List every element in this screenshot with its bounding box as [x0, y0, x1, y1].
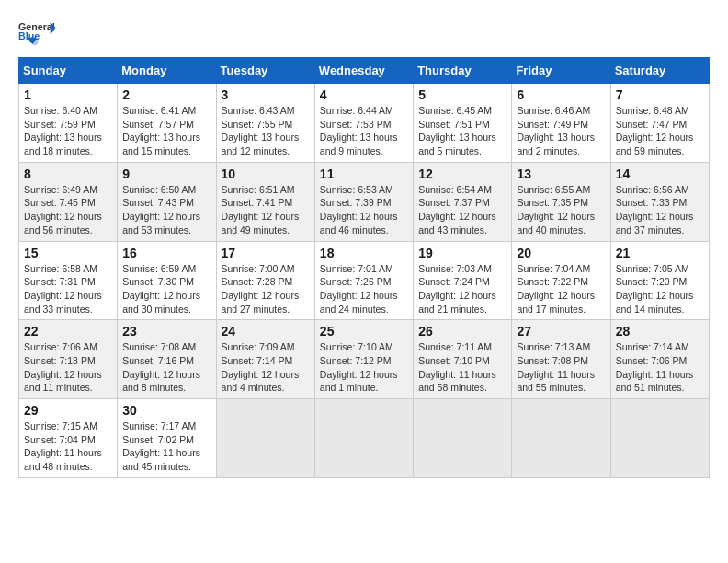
day-number: 24: [222, 324, 310, 339]
calendar-header-friday: Friday: [512, 58, 610, 84]
day-info: Sunrise: 7:15 AMSunset: 7:04 PMDaylight:…: [24, 419, 112, 474]
day-info: Sunrise: 6:53 AMSunset: 7:39 PMDaylight:…: [320, 183, 408, 237]
day-number: 30: [122, 403, 210, 418]
calendar-cell: 2Sunrise: 6:41 AMSunset: 7:57 PMDaylight…: [118, 84, 216, 163]
calendar-header-saturday: Saturday: [610, 58, 709, 84]
calendar-week-1: 1Sunrise: 6:40 AMSunset: 7:59 PMDaylight…: [19, 84, 710, 163]
calendar-cell: 10Sunrise: 6:51 AMSunset: 7:41 PMDayligh…: [216, 162, 314, 241]
calendar-cell: 8Sunrise: 6:49 AMSunset: 7:45 PMDaylight…: [19, 162, 118, 241]
day-info: Sunrise: 6:58 AMSunset: 7:31 PMDaylight:…: [24, 262, 112, 316]
calendar-header-wednesday: Wednesday: [314, 58, 413, 84]
calendar-week-5: 29Sunrise: 7:15 AMSunset: 7:04 PMDayligh…: [19, 399, 710, 478]
calendar-cell: 21Sunrise: 7:05 AMSunset: 7:20 PMDayligh…: [610, 241, 709, 320]
calendar-header-row: SundayMondayTuesdayWednesdayThursdayFrid…: [19, 58, 710, 84]
day-info: Sunrise: 6:50 AMSunset: 7:43 PMDaylight:…: [122, 183, 210, 237]
calendar-cell: [610, 399, 709, 478]
day-number: 3: [222, 87, 310, 102]
calendar-cell: 6Sunrise: 6:46 AMSunset: 7:49 PMDaylight…: [512, 84, 610, 163]
day-number: 14: [616, 167, 704, 181]
day-info: Sunrise: 6:44 AMSunset: 7:53 PMDaylight:…: [320, 104, 408, 158]
day-number: 26: [418, 324, 506, 339]
calendar-table: SundayMondayTuesdayWednesdayThursdayFrid…: [18, 57, 710, 478]
day-number: 29: [24, 403, 112, 418]
calendar-cell: 23Sunrise: 7:08 AMSunset: 7:16 PMDayligh…: [118, 320, 216, 399]
calendar-cell: 27Sunrise: 7:13 AMSunset: 7:08 PMDayligh…: [512, 320, 610, 399]
day-number: 7: [616, 87, 704, 102]
calendar-cell: 3Sunrise: 6:43 AMSunset: 7:55 PMDaylight…: [216, 84, 314, 163]
day-number: 16: [122, 246, 210, 260]
day-number: 18: [320, 246, 408, 260]
calendar-header-thursday: Thursday: [414, 58, 512, 84]
day-number: 10: [222, 167, 310, 181]
day-info: Sunrise: 6:49 AMSunset: 7:45 PMDaylight:…: [24, 183, 112, 237]
day-info: Sunrise: 7:17 AMSunset: 7:02 PMDaylight:…: [122, 419, 210, 474]
day-info: Sunrise: 7:10 AMSunset: 7:12 PMDaylight:…: [320, 340, 408, 395]
calendar-cell: 16Sunrise: 6:59 AMSunset: 7:30 PMDayligh…: [118, 241, 216, 320]
calendar-cell: 7Sunrise: 6:48 AMSunset: 7:47 PMDaylight…: [610, 84, 709, 163]
calendar-cell: [314, 399, 413, 478]
day-number: 19: [418, 246, 506, 260]
day-info: Sunrise: 7:03 AMSunset: 7:24 PMDaylight:…: [418, 262, 506, 316]
day-info: Sunrise: 7:01 AMSunset: 7:26 PMDaylight:…: [320, 262, 408, 316]
day-number: 13: [517, 167, 605, 181]
day-info: Sunrise: 6:46 AMSunset: 7:49 PMDaylight:…: [517, 104, 605, 158]
day-number: 27: [517, 324, 605, 339]
calendar-cell: 26Sunrise: 7:11 AMSunset: 7:10 PMDayligh…: [414, 320, 512, 399]
header: General Blue: [18, 18, 710, 48]
day-info: Sunrise: 6:43 AMSunset: 7:55 PMDaylight:…: [222, 104, 310, 158]
day-number: 17: [222, 246, 310, 260]
calendar-cell: 22Sunrise: 7:06 AMSunset: 7:18 PMDayligh…: [19, 320, 118, 399]
day-info: Sunrise: 7:06 AMSunset: 7:18 PMDaylight:…: [24, 340, 112, 395]
calendar-cell: 5Sunrise: 6:45 AMSunset: 7:51 PMDaylight…: [414, 84, 512, 163]
day-info: Sunrise: 7:00 AMSunset: 7:28 PMDaylight:…: [222, 262, 310, 316]
calendar-cell: 9Sunrise: 6:50 AMSunset: 7:43 PMDaylight…: [118, 162, 216, 241]
day-info: Sunrise: 6:41 AMSunset: 7:57 PMDaylight:…: [122, 104, 210, 158]
day-info: Sunrise: 7:04 AMSunset: 7:22 PMDaylight:…: [517, 262, 605, 316]
calendar-cell: 28Sunrise: 7:14 AMSunset: 7:06 PMDayligh…: [610, 320, 709, 399]
day-info: Sunrise: 6:45 AMSunset: 7:51 PMDaylight:…: [418, 104, 506, 158]
calendar-cell: [414, 399, 512, 478]
calendar-cell: 29Sunrise: 7:15 AMSunset: 7:04 PMDayligh…: [19, 399, 118, 478]
day-number: 8: [24, 167, 112, 181]
day-info: Sunrise: 7:09 AMSunset: 7:14 PMDaylight:…: [222, 340, 310, 395]
day-info: Sunrise: 6:51 AMSunset: 7:41 PMDaylight:…: [222, 183, 310, 237]
logo-bird-icon: [20, 35, 40, 52]
day-number: 20: [517, 246, 605, 260]
day-number: 15: [24, 246, 112, 260]
calendar-header-monday: Monday: [118, 58, 216, 84]
calendar-week-2: 8Sunrise: 6:49 AMSunset: 7:45 PMDaylight…: [19, 162, 710, 241]
day-number: 6: [517, 87, 605, 102]
day-number: 25: [320, 324, 408, 339]
calendar-header-tuesday: Tuesday: [216, 58, 314, 84]
calendar-cell: 12Sunrise: 6:54 AMSunset: 7:37 PMDayligh…: [414, 162, 512, 241]
day-info: Sunrise: 6:55 AMSunset: 7:35 PMDaylight:…: [517, 183, 605, 237]
calendar-cell: [216, 399, 314, 478]
calendar-cell: 30Sunrise: 7:17 AMSunset: 7:02 PMDayligh…: [118, 399, 216, 478]
calendar-cell: 14Sunrise: 6:56 AMSunset: 7:33 PMDayligh…: [610, 162, 709, 241]
calendar-cell: 1Sunrise: 6:40 AMSunset: 7:59 PMDaylight…: [19, 84, 118, 163]
day-info: Sunrise: 6:48 AMSunset: 7:47 PMDaylight:…: [616, 104, 704, 158]
day-number: 28: [616, 324, 704, 339]
day-number: 4: [320, 87, 408, 102]
day-number: 9: [122, 167, 210, 181]
day-info: Sunrise: 6:59 AMSunset: 7:30 PMDaylight:…: [122, 262, 210, 316]
calendar-cell: 18Sunrise: 7:01 AMSunset: 7:26 PMDayligh…: [314, 241, 413, 320]
day-info: Sunrise: 7:08 AMSunset: 7:16 PMDaylight:…: [122, 340, 210, 395]
calendar-cell: [512, 399, 610, 478]
calendar-cell: 15Sunrise: 6:58 AMSunset: 7:31 PMDayligh…: [19, 241, 118, 320]
calendar-cell: 24Sunrise: 7:09 AMSunset: 7:14 PMDayligh…: [216, 320, 314, 399]
day-info: Sunrise: 6:56 AMSunset: 7:33 PMDaylight:…: [616, 183, 704, 237]
day-number: 23: [122, 324, 210, 339]
calendar-week-3: 15Sunrise: 6:58 AMSunset: 7:31 PMDayligh…: [19, 241, 710, 320]
calendar-cell: 4Sunrise: 6:44 AMSunset: 7:53 PMDaylight…: [314, 84, 413, 163]
day-info: Sunrise: 7:11 AMSunset: 7:10 PMDaylight:…: [418, 340, 506, 395]
calendar-header-sunday: Sunday: [19, 58, 118, 84]
day-info: Sunrise: 7:13 AMSunset: 7:08 PMDaylight:…: [517, 340, 605, 395]
day-number: 22: [24, 324, 112, 339]
day-info: Sunrise: 6:54 AMSunset: 7:37 PMDaylight:…: [418, 183, 506, 237]
calendar-cell: 19Sunrise: 7:03 AMSunset: 7:24 PMDayligh…: [414, 241, 512, 320]
calendar-cell: 13Sunrise: 6:55 AMSunset: 7:35 PMDayligh…: [512, 162, 610, 241]
day-number: 11: [320, 167, 408, 181]
calendar-cell: 17Sunrise: 7:00 AMSunset: 7:28 PMDayligh…: [216, 241, 314, 320]
day-number: 2: [122, 87, 210, 102]
